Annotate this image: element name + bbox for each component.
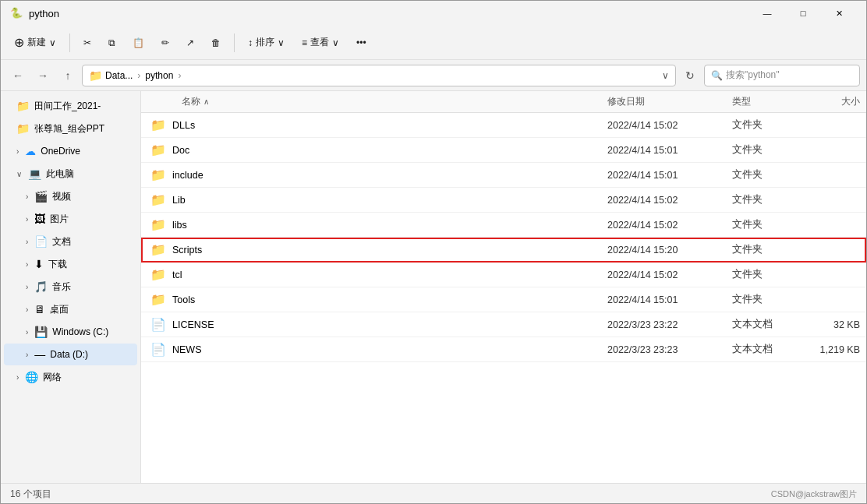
sidebar-item-label: Windows (C:) bbox=[52, 326, 108, 337]
table-row[interactable]: 📄 LICENSE 2022/3/23 23:22 文本文档 32 KB bbox=[141, 312, 866, 337]
address-folder-icon: 📁 bbox=[89, 69, 102, 82]
file-name-label: Tools bbox=[172, 294, 195, 305]
address-path-2: python bbox=[145, 70, 173, 81]
more-icon: ••• bbox=[356, 37, 366, 48]
column-type-header[interactable]: 类型 bbox=[726, 95, 804, 108]
column-size-header[interactable]: 大小 bbox=[804, 95, 866, 108]
table-row[interactable]: 📁 include 2022/4/14 15:01 文件夹 bbox=[141, 163, 866, 188]
column-name-header[interactable]: 名称 ∧ bbox=[141, 95, 601, 108]
toolbar-divider-2 bbox=[234, 33, 235, 52]
sort-button[interactable]: ↕ 排序 ∨ bbox=[241, 32, 292, 53]
sidebar-item-download[interactable]: › ⬇ 下载 bbox=[4, 253, 137, 275]
table-row[interactable]: 📁 Scripts 2022/4/14 15:20 文件夹 bbox=[141, 238, 866, 263]
table-row[interactable]: 📁 DLLs 2022/4/14 15:02 文件夹 bbox=[141, 113, 866, 138]
sidebar-item-label: 桌面 bbox=[50, 303, 69, 316]
table-row[interactable]: 📁 tcl 2022/4/14 15:02 文件夹 bbox=[141, 263, 866, 287]
file-date-cell: 2022/4/14 15:02 bbox=[601, 120, 726, 131]
status-watermark: CSDN@jackstraw图片 bbox=[771, 488, 857, 500]
search-bar[interactable]: 🔍 搜索"python" bbox=[704, 65, 860, 86]
refresh-button[interactable]: ↻ bbox=[679, 65, 701, 86]
paste-button[interactable]: 📋 bbox=[126, 33, 151, 52]
table-row[interactable]: 📁 Doc 2022/4/14 15:01 文件夹 bbox=[141, 138, 866, 163]
back-button[interactable]: ← bbox=[7, 65, 29, 86]
sidebar-item-network[interactable]: › 🌐 网络 bbox=[4, 366, 137, 388]
file-date-cell: 2022/4/14 15:01 bbox=[601, 170, 726, 181]
title-bar-title: python bbox=[29, 8, 749, 19]
file-name-label: Lib bbox=[172, 195, 186, 206]
sidebar-item-label: OneDrive bbox=[41, 146, 80, 157]
file-name-cell: 📁 Lib bbox=[141, 192, 601, 207]
column-size-label: 大小 bbox=[841, 96, 860, 107]
picture-icon: 🖼 bbox=[34, 213, 45, 225]
window-controls: — □ ✕ bbox=[749, 1, 857, 26]
address-dropdown-icon[interactable]: ∨ bbox=[662, 70, 669, 81]
sidebar-item-datad[interactable]: › — Data (D:) bbox=[4, 344, 137, 365]
table-row[interactable]: 📁 Tools 2022/4/14 15:01 文件夹 bbox=[141, 287, 866, 312]
file-list-header: 名称 ∧ 修改日期 类型 大小 bbox=[141, 91, 866, 113]
column-name-label: 名称 bbox=[182, 95, 200, 108]
file-type-cell: 文件夹 bbox=[726, 118, 804, 132]
cut-button[interactable]: ✂ bbox=[76, 33, 98, 52]
file-type-cell: 文本文档 bbox=[726, 318, 804, 331]
view-icon: ≡ bbox=[302, 37, 307, 48]
file-list-container: 名称 ∧ 修改日期 类型 大小 📁 DLLs 2022/4/14 15:02 文… bbox=[141, 91, 866, 483]
more-button[interactable]: ••• bbox=[349, 33, 373, 52]
sidebar-item-label: 视频 bbox=[52, 190, 71, 203]
folder-icon: 📁 bbox=[150, 242, 166, 257]
folder-icon: 📁 bbox=[150, 167, 166, 182]
column-date-label: 修改日期 bbox=[607, 96, 645, 107]
table-row[interactable]: 📁 libs 2022/4/14 15:02 文件夹 bbox=[141, 213, 866, 238]
minimize-button[interactable]: — bbox=[749, 1, 785, 26]
file-name-label: LICENSE bbox=[172, 319, 214, 330]
file-icon: 📄 bbox=[150, 317, 166, 332]
sidebar-item-video[interactable]: › 🎬 视频 bbox=[4, 185, 137, 207]
maximize-button[interactable]: □ bbox=[785, 1, 821, 26]
sidebar-item-music[interactable]: › 🎵 音乐 bbox=[4, 276, 137, 298]
address-bar[interactable]: 📁 Data... › python › ∨ bbox=[82, 65, 676, 86]
folder-icon: 📁 bbox=[150, 292, 166, 307]
sidebar-item-document[interactable]: › 📄 文档 bbox=[4, 231, 137, 252]
file-name-label: DLLs bbox=[172, 120, 195, 131]
sort-icon: ↕ bbox=[248, 37, 253, 48]
folder-icon: 📁 bbox=[16, 100, 30, 112]
sidebar-item-zhang[interactable]: 📁 张尊旭_组会PPT bbox=[4, 118, 137, 139]
sidebar-item-picture[interactable]: › 🖼 图片 bbox=[4, 208, 137, 230]
column-date-header[interactable]: 修改日期 bbox=[601, 95, 726, 108]
file-name-cell: 📁 tcl bbox=[141, 267, 601, 282]
table-row[interactable]: 📁 Lib 2022/4/14 15:02 文件夹 bbox=[141, 188, 866, 213]
desktop-icon: 🖥 bbox=[34, 303, 45, 315]
sidebar-item-windowsc[interactable]: › 💾 Windows (C:) bbox=[4, 321, 137, 343]
share-button[interactable]: ↗ bbox=[179, 33, 201, 52]
file-name-cell: 📁 Scripts bbox=[141, 242, 601, 257]
file-name-cell: 📄 LICENSE bbox=[141, 317, 601, 332]
video-icon: 🎬 bbox=[34, 190, 48, 203]
close-button[interactable]: ✕ bbox=[821, 1, 857, 26]
expand-icon: › bbox=[26, 351, 28, 359]
share-icon: ↗ bbox=[186, 37, 194, 48]
view-button[interactable]: ≡ 查看 ∨ bbox=[295, 32, 346, 53]
delete-button[interactable]: 🗑 bbox=[204, 33, 228, 52]
rename-button[interactable]: ✏ bbox=[154, 33, 176, 52]
sidebar-item-desktop[interactable]: › 🖥 桌面 bbox=[4, 298, 137, 320]
file-date-cell: 2022/4/14 15:20 bbox=[601, 245, 726, 256]
sidebar-item-thispc[interactable]: ∨ 💻 此电脑 bbox=[4, 163, 137, 185]
forward-button[interactable]: → bbox=[32, 65, 54, 86]
folder-icon: 📁 bbox=[150, 118, 166, 132]
folder-icon: 📁 bbox=[150, 192, 166, 207]
sidebar-item-onedrive[interactable]: › ☁ OneDrive bbox=[4, 140, 137, 162]
file-name-cell: 📁 libs bbox=[141, 217, 601, 232]
copy-button[interactable]: ⧉ bbox=[101, 33, 122, 52]
expand-icon: › bbox=[26, 215, 28, 224]
file-type-cell: 文件夹 bbox=[726, 143, 804, 157]
document-icon: 📄 bbox=[34, 235, 48, 248]
new-button[interactable]: ⊕ 新建 ∨ bbox=[7, 31, 63, 54]
sidebar-item-tianjian[interactable]: 📁 田间工作_2021- bbox=[4, 95, 137, 117]
file-name-cell: 📁 Tools bbox=[141, 292, 601, 307]
sidebar-item-label: 张尊旭_组会PPT bbox=[34, 122, 104, 136]
up-button[interactable]: ↑ bbox=[57, 65, 79, 86]
table-row[interactable]: 📄 NEWS 2022/3/23 23:23 文本文档 1,219 KB bbox=[141, 337, 866, 362]
sidebar-item-label: 下载 bbox=[48, 258, 67, 271]
status-count: 16 个项目 bbox=[10, 488, 51, 501]
file-name-label: Scripts bbox=[172, 245, 202, 256]
file-name-cell: 📁 DLLs bbox=[141, 118, 601, 132]
